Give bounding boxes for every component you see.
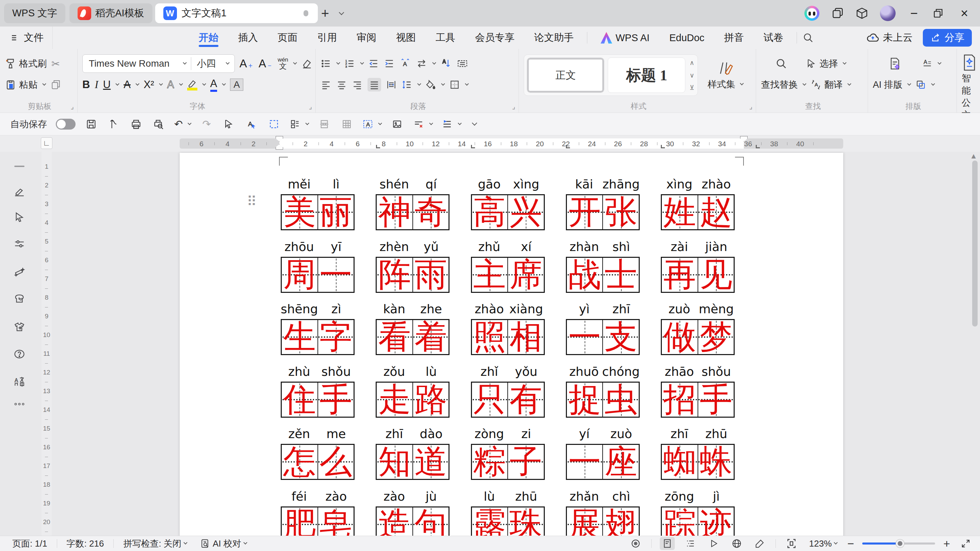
decrease-font-button[interactable]: A－ [259,57,273,70]
word-card[interactable]: yìzhī一支 [566,302,640,355]
text-select-tool-button[interactable]: A [245,119,258,129]
ai-typeset-doc-button[interactable] [873,57,917,70]
ribbon-tab-10[interactable]: WPS AI [591,27,659,49]
word-card[interactable]: zhīzhū蜘蛛 [661,427,735,480]
outline-view-button[interactable] [683,537,698,550]
styles-expand-launcher[interactable]: ⌟ [749,102,752,111]
undo-button[interactable]: ↶ [174,118,191,130]
show-marks-button[interactable] [457,58,468,69]
translate-aa-icon[interactable]: A [9,375,30,387]
word-card[interactable]: zhànshì战士 [566,240,640,293]
word-card[interactable]: zòngzi粽子 [471,427,545,480]
pinyin-guide-button[interactable]: wén 文 [278,57,296,70]
multi-window-icon[interactable] [831,7,844,20]
minimize-button[interactable]: − [907,6,921,21]
word-card[interactable]: zuòmèng做梦 [661,302,735,355]
slideshow-button[interactable] [706,537,721,550]
font-size-select[interactable]: 小四 [191,57,234,70]
select-tool-button[interactable]: 选择 [807,57,846,70]
text-effects-button[interactable]: A [167,79,182,91]
tab-list-chevron[interactable] [333,6,348,21]
word-card[interactable]: zhuōchóng捉虫 [566,365,640,418]
font-expand-launcher[interactable]: ⌟ [309,102,312,111]
word-card[interactable]: shēngzì生字 [281,302,355,355]
align-left-button[interactable] [321,79,331,90]
asian-layout-button[interactable] [416,58,436,69]
fit-page-button[interactable] [784,537,799,550]
copy-button[interactable] [50,79,61,90]
ribbon-tab-13[interactable]: 试卷 [754,27,793,49]
tab-stop-marker[interactable] [471,145,475,148]
new-tab-button[interactable]: + [318,6,333,21]
word-card[interactable]: zhāoshǒu招手 [661,365,735,418]
style-scroll-up-button[interactable]: ∧ [689,59,694,67]
more-icon[interactable] [9,402,30,406]
ribbon-tab-12[interactable]: 拼音 [714,27,754,49]
help-icon[interactable] [9,348,30,360]
app-center-cube-icon[interactable] [856,7,869,20]
word-card[interactable]: zěnme怎么 [281,427,355,480]
insert-table-button[interactable] [340,119,353,130]
increase-indent-button[interactable] [384,58,395,69]
paste-button[interactable]: 粘贴 [5,79,46,91]
text-box-button[interactable]: A [363,119,382,130]
underline-button[interactable]: U [103,79,119,91]
shading-button[interactable] [425,79,444,90]
bold-button[interactable]: B [82,79,90,91]
ai-proofread-button[interactable]: AI 校对 [198,538,249,549]
print-button[interactable] [129,118,143,130]
text-layout-button[interactable]: A [922,58,941,69]
strikethrough-button[interactable]: A [124,79,139,91]
selection-box-button[interactable] [267,119,281,130]
tab-stop-marker[interactable] [661,145,665,148]
insert-image-button[interactable] [390,119,404,130]
increase-font-button[interactable]: A＋ [240,57,254,70]
save-button[interactable] [84,118,98,130]
find-replace-button[interactable]: 查找替换 [761,79,806,91]
user-avatar[interactable] [880,5,896,21]
ribbon-tab-4[interactable]: 引用 [307,27,347,49]
word-card[interactable]: xìngzhào姓赵 [661,177,735,230]
style-gallery-more-button[interactable]: ⊻ [689,84,694,92]
word-card[interactable]: zhǐyǒu只有 [471,365,545,418]
file-menu-button[interactable]: 文件 [0,27,53,49]
zoom-slider-knob[interactable] [896,540,904,548]
app-tab-wps-writer[interactable]: WPS 文字 [4,3,65,23]
ribbon-tab-9[interactable]: 论文助手 [524,27,584,49]
style-card-heading1[interactable]: 标题 1 [608,57,685,93]
adjust-sliders-icon[interactable] [9,238,30,250]
font-color-button[interactable]: A [210,78,226,92]
character-shading-button[interactable]: A [230,79,243,91]
format-painter-button[interactable]: 格式刷 [5,57,47,70]
docer-resource-icon[interactable] [9,292,30,304]
ribbon-tab-8[interactable]: 会员专享 [465,27,524,49]
delete-line-button[interactable] [413,119,433,130]
numbered-list-button[interactable]: 123 [344,58,363,69]
ribbon-tab-2[interactable]: 插入 [228,27,268,49]
select-cursor-icon[interactable] [9,211,30,222]
tab-stop-marker[interactable] [756,145,760,148]
tab-stop-marker[interactable] [566,145,570,148]
page-view-button[interactable] [660,537,675,550]
ribbon-tab-7[interactable]: 工具 [426,27,465,49]
word-card[interactable]: zhōuyī周一 [281,240,355,293]
page-indicator[interactable]: 页面: 1/1 [10,538,49,549]
paragraph-indent-button[interactable] [441,119,461,130]
web-view-button[interactable] [729,537,744,550]
wps-ai-assistant-icon[interactable] [804,6,819,21]
word-card[interactable]: zhǔxí主席 [471,240,545,293]
spellcheck-status[interactable]: 拼写检查: 关闭 [121,538,189,549]
word-count[interactable]: 字数: 216 [65,538,106,549]
line-spacing-button[interactable] [401,79,421,90]
style-scroll-down-button[interactable]: ∨ [689,71,694,79]
export-pdf-button[interactable] [107,118,121,130]
select-cursor-button[interactable] [222,119,236,129]
ink-annotate-button[interactable] [752,537,767,550]
tab-stop-marker[interactable] [376,145,380,148]
ribbon-tab-6[interactable]: 视图 [386,27,426,49]
smart-official-doc-button[interactable]: 智能公文 [962,54,977,121]
document-canvas[interactable]: 1234567891011121314151617181920 A ⠿ měil… [0,152,980,536]
zoom-level[interactable]: 123% [807,538,840,549]
word-card[interactable]: zhùshǒu住手 [281,365,355,418]
word-card[interactable]: měilì美丽 [281,177,355,230]
